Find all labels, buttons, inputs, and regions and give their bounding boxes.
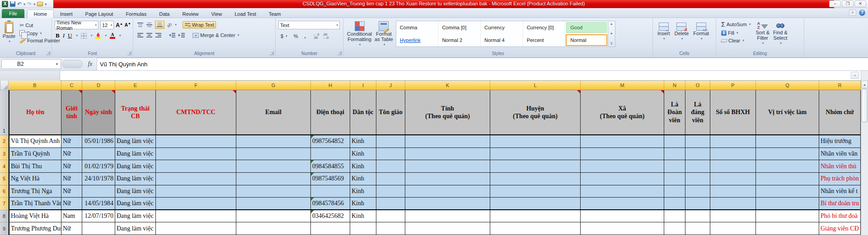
cell-N9[interactable] <box>664 222 685 235</box>
cell-N2[interactable] <box>664 135 685 148</box>
cell-R9[interactable]: Giảng viên CĐ <box>819 222 861 235</box>
cell-I6[interactable]: Kinh <box>350 185 376 198</box>
name-box-splitter[interactable] <box>62 60 83 68</box>
cell-Q7[interactable] <box>756 198 819 210</box>
column-header-D[interactable]: D <box>82 81 115 90</box>
header-cell-E[interactable]: Trạng thái CB <box>115 90 156 135</box>
header-cell-G[interactable]: Email <box>236 90 311 135</box>
format-as-table-button[interactable]: Format as Table▾ <box>375 20 393 47</box>
column-header-I[interactable]: I <box>350 81 376 90</box>
row-header-3[interactable]: 3 <box>0 148 9 161</box>
style-normal[interactable]: Normal <box>566 34 607 46</box>
cell-E5[interactable]: Đang làm việc <box>115 173 156 185</box>
header-cell-J[interactable]: Tôn giáo <box>376 90 405 135</box>
cell-D7[interactable]: 14/05/1984 <box>82 198 115 210</box>
cell-O7[interactable] <box>685 198 710 210</box>
cell-D5[interactable]: 24/10/1978 <box>82 173 115 185</box>
tab-data[interactable]: Data <box>153 10 176 18</box>
wrap-text-button[interactable]: Wrap Text <box>183 21 216 28</box>
header-cell-O[interactable]: Là đảng viên <box>685 90 710 135</box>
style-good[interactable]: Good <box>566 22 607 33</box>
cell-C3[interactable]: Nữ <box>61 148 82 161</box>
qat-customize-icon[interactable]: ▾ <box>45 2 47 6</box>
style-currency0[interactable]: Currency [0] <box>523 21 566 34</box>
cell-R2[interactable]: Hiệu trưởng <box>819 135 861 148</box>
column-header-C[interactable]: C <box>61 81 82 90</box>
cell-F3[interactable] <box>156 148 236 161</box>
cell-R8[interactable]: Phó bí thư đoà <box>819 210 861 223</box>
cell-O3[interactable] <box>685 148 710 161</box>
cell-Q2[interactable] <box>756 135 819 148</box>
cell-G9[interactable] <box>236 222 311 235</box>
style-comma[interactable]: Comma <box>396 21 439 34</box>
header-cell-L[interactable]: Huyện (Theo quê quán) <box>490 90 581 135</box>
cell-E2[interactable]: Đang làm việc <box>115 135 156 148</box>
column-header-J[interactable]: J <box>376 81 405 90</box>
cell-M7[interactable] <box>581 198 664 210</box>
expand-formula-bar-icon[interactable]: ˅ <box>851 72 859 79</box>
align-center-icon[interactable] <box>146 32 153 38</box>
column-header-R[interactable]: R <box>819 81 861 90</box>
cell-F4[interactable] <box>156 160 236 173</box>
select-all-corner[interactable] <box>0 81 9 90</box>
cell-B8[interactable]: Hoàng Việt Hà <box>9 210 61 223</box>
cell-B4[interactable]: Bùi Thị Thu <box>9 160 61 173</box>
cell-R6[interactable]: Nhân viên kế t <box>819 185 861 198</box>
row-header-8[interactable]: 8 <box>0 210 9 223</box>
cell-B3[interactable]: Trần Tú Quỳnh <box>9 148 61 161</box>
cell-B2[interactable]: Vũ Thị Quỳnh Anh <box>9 135 61 148</box>
cell-M4[interactable] <box>581 160 664 173</box>
cell-J3[interactable] <box>376 148 405 161</box>
cell-K9[interactable] <box>405 222 490 235</box>
column-header-K[interactable]: K <box>405 81 490 90</box>
cell-C8[interactable]: Nam <box>61 210 82 223</box>
cell-J4[interactable] <box>376 160 405 173</box>
fill-color-icon[interactable]: 🩸 <box>95 32 101 39</box>
cell-E4[interactable]: Đang làm việc <box>115 160 156 173</box>
sort-filter-button[interactable]: AZ Sort & Filter▾ <box>755 20 769 46</box>
style-normal2[interactable]: Normal 2 <box>438 34 481 46</box>
cell-H9[interactable] <box>311 222 350 235</box>
cell-F2[interactable] <box>156 135 236 148</box>
open-icon[interactable] <box>37 2 43 6</box>
cell-F8[interactable] <box>156 210 236 223</box>
cell-N4[interactable] <box>664 160 685 173</box>
cell-G2[interactable] <box>236 135 311 148</box>
excel-logo-icon[interactable]: X <box>2 1 8 7</box>
cell-R7[interactable]: Bí thư đoàn tru <box>819 198 861 210</box>
increase-indent-icon[interactable] <box>178 32 185 38</box>
cell-K5[interactable] <box>405 173 490 185</box>
cell-D3[interactable] <box>82 148 115 161</box>
cell-E6[interactable]: Đang làm việc <box>115 185 156 198</box>
style-comma0[interactable]: Comma [0] <box>438 21 481 34</box>
row-header-6[interactable]: 6 <box>0 185 9 198</box>
clear-button[interactable]: Clear▾ <box>720 37 752 44</box>
cell-R5[interactable]: Phụ trách phòn <box>819 173 861 185</box>
cell-M2[interactable] <box>581 135 664 148</box>
orientation-icon[interactable]: ab <box>166 21 173 28</box>
cell-C6[interactable]: Nữ <box>61 185 82 198</box>
cell-B5[interactable]: Ng Việt Hà <box>9 173 61 185</box>
cell-N3[interactable] <box>664 148 685 161</box>
cell-N7[interactable] <box>664 198 685 210</box>
row-header-1[interactable]: 1 <box>0 90 9 135</box>
cell-L6[interactable] <box>490 185 581 198</box>
cell-D2[interactable]: 05/01/1986 <box>82 135 115 148</box>
cell-P6[interactable] <box>710 185 756 198</box>
tab-formulas[interactable]: Formulas <box>119 10 153 18</box>
tab-load-test[interactable]: Load Test <box>228 10 263 18</box>
cell-Q8[interactable] <box>756 210 819 223</box>
delete-cells-button[interactable]: ✕ Delete▾ <box>675 21 689 41</box>
cell-K8[interactable] <box>405 210 490 223</box>
align-right-icon[interactable] <box>155 32 162 38</box>
cell-L9[interactable] <box>490 222 581 235</box>
bold-button[interactable]: B <box>56 32 60 39</box>
header-cell-F[interactable]: CMTND/TCC <box>156 90 236 135</box>
borders-dropdown-icon[interactable]: ▾ <box>91 34 93 37</box>
style-percent[interactable]: Percent <box>523 34 566 46</box>
redo-icon[interactable]: ↷ <box>27 1 32 7</box>
cell-P9[interactable] <box>710 222 756 235</box>
font-color-dropdown-icon[interactable]: ▾ <box>119 34 121 37</box>
tab-review[interactable]: Review <box>176 10 205 18</box>
cell-B6[interactable]: Trương Thị Nga <box>9 185 61 198</box>
